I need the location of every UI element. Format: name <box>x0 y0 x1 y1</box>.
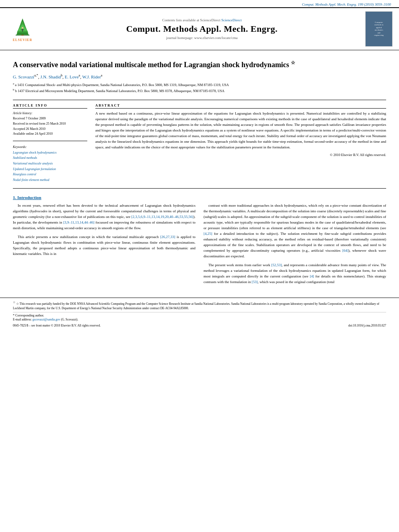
page-footer: ☆ ☆ This research was partially funded b… <box>0 298 399 329</box>
doi-license: 0045-7825/$ – see front matter © 2010 El… <box>13 324 101 327</box>
affiliation-b: b b 1437 Electrical and Microsystem Mode… <box>13 88 386 94</box>
email-note: E-mail address: gscovazzi@sandia.gov (G.… <box>13 317 386 322</box>
accepted-date: Accepted 26 March 2010 <box>13 127 87 132</box>
info-divider <box>13 141 87 141</box>
elsevier-brand-text: ELSEVIER <box>13 38 32 42</box>
elsevier-tree-icon <box>12 16 33 37</box>
revised-date: Received in revised form 25 March 2010 <box>13 121 87 127</box>
corresponding-author-note: * Corresponding author. <box>13 312 386 317</box>
footer-bottom-line: 0045-7825/$ – see front matter © 2010 El… <box>13 324 386 327</box>
copyright-line: © 2010 Elsevier B.V. All rights reserved… <box>95 153 386 157</box>
intro-para-4: The present work stems from earlier work… <box>204 263 386 285</box>
keyword-2: Stabilized methods <box>13 155 87 161</box>
article-info-col: ARTICLE INFO Article history: Received 7… <box>13 103 87 183</box>
article-info-label: ARTICLE INFO <box>13 103 87 109</box>
ref-link-1[interactable]: [2,3,5,6,9–11,13,14,19,20,40–46,53,55,56… <box>132 215 193 219</box>
ref-link-6[interactable]: [52,53] <box>271 263 282 267</box>
doi-value: doi:10.1016/j.cma.2010.03.027 <box>348 324 386 327</box>
ref-link-5[interactable]: [64] <box>342 249 348 253</box>
keywords-block: Keywords: Lagrangian shock hydrodynamics… <box>13 144 87 183</box>
author-love[interactable]: E. Love <box>65 74 79 79</box>
abstract-col: ABSTRACT A new method based on a continu… <box>95 103 386 183</box>
journal-reference: Comput. Methods Appl. Mech. Engrg. 199 (… <box>302 2 391 6</box>
author-rider[interactable]: W.J. Rider <box>82 74 101 79</box>
journal-main-title: Comput. Methods Appl. Mech. Engrg. <box>43 24 361 34</box>
ref-link-8[interactable]: [53] <box>252 280 258 284</box>
journal-header: ELSEVIER Contents lists available at Sci… <box>0 7 399 50</box>
intro-left-col: In recent years, renewed effort has been… <box>13 203 195 288</box>
elsevier-logo: ELSEVIER <box>6 16 39 42</box>
online-date: Available online 24 April 2010 <box>13 131 87 137</box>
received-date: Received 7 October 2009 <box>13 116 87 121</box>
affiliation-a: a a 1431 Computational Shock- and Multi-… <box>13 82 386 88</box>
journal-cover-image: Computermethods inappliedmechanicsandeng… <box>365 11 393 47</box>
ref-link-4[interactable]: [4,25] <box>204 232 212 236</box>
ref-link-2[interactable]: [3,9–11,13,14,44–46] <box>63 220 95 224</box>
introduction-body: In recent years, renewed effort has been… <box>13 203 386 288</box>
ref-link-7[interactable]: [4] <box>310 274 314 278</box>
intro-para-3: contrast with more traditional approache… <box>204 203 386 259</box>
info-abstract-section: ARTICLE INFO Article history: Received 7… <box>13 103 386 183</box>
page-container: Comput. Methods Appl. Mech. Engrg. 199 (… <box>0 0 399 532</box>
abstract-label: ABSTRACT <box>95 103 386 109</box>
section-1-header: 1. Introduction <box>13 195 386 200</box>
ref-link-3[interactable]: [26,27,33] <box>160 235 175 239</box>
history-label: Article history: <box>13 111 87 116</box>
abstract-text: A new method based on a continuous, piec… <box>95 111 386 150</box>
author-shadid[interactable]: J.N. Shadid <box>40 74 61 79</box>
intro-right-col: contrast with more traditional approache… <box>204 203 386 288</box>
title-star: ☆ <box>291 60 295 66</box>
keyword-4: Updated Lagrangian formulation <box>13 166 87 172</box>
header-divider <box>13 100 386 100</box>
article-title: A conservative nodal variational multisc… <box>13 56 386 70</box>
intro-para-1: In recent years, renewed effort has been… <box>13 203 195 231</box>
affiliations: a a 1431 Computational Shock- and Multi-… <box>13 82 386 93</box>
email-link[interactable]: gscovazzi@sandia.gov <box>33 318 60 321</box>
author-scovazzi[interactable]: G. Scovazzi <box>13 74 34 79</box>
journal-title-block: Contents lists available at ScienceDirec… <box>43 18 361 40</box>
sciencedirect-anchor[interactable]: ScienceDirect <box>221 18 241 22</box>
authors-line: G. Scovazzia,*, J.N. Shadidb, E. Lovea, … <box>13 74 386 79</box>
intro-para-2: This article presents a new stabilizatio… <box>13 234 195 257</box>
keywords-label: Keywords: <box>13 144 87 150</box>
keyword-5: Hourglass control <box>13 172 87 177</box>
sciencedirect-link: Contents lists available at ScienceDirec… <box>43 18 361 22</box>
keyword-3: Variational multiscale analysis <box>13 161 87 166</box>
section-1-introduction: 1. Introduction In recent years, renewed… <box>13 195 386 288</box>
article-history: Article history: Received 7 October 2009… <box>13 111 87 137</box>
keyword-6: Nodal finite element method <box>13 177 87 183</box>
svg-point-5 <box>22 27 24 29</box>
keyword-1: Lagrangian shock hydrodynamics <box>13 150 87 156</box>
top-reference-bar: Comput. Methods Appl. Mech. Engrg. 199 (… <box>0 0 399 7</box>
main-content: A conservative nodal variational multisc… <box>0 50 399 294</box>
content-divider <box>13 188 386 189</box>
journal-homepage: journal homepage: www.elsevier.com/locat… <box>43 36 361 40</box>
footer-star-note: ☆ ☆ This research was partially funded b… <box>13 300 386 310</box>
